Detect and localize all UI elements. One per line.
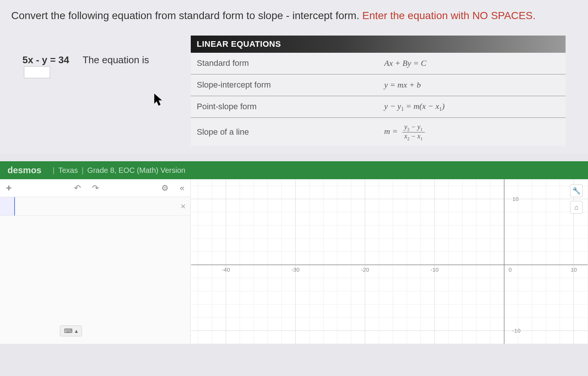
- question-area: Convert the following equation from stan…: [0, 0, 588, 154]
- desmos-header-bar: desmos | Texas | Grade 8, EOC (Math) Ver…: [0, 161, 588, 179]
- given-equation: 5x - y = 34: [22, 54, 69, 65]
- row-formula: Ax + By = C: [378, 53, 566, 73]
- equation-section: 5x - y = 34 The equation is: [11, 36, 191, 109]
- separator: |: [82, 166, 83, 175]
- table-row: Slope-intercept form y = mx + b: [191, 74, 566, 96]
- svg-text:10: 10: [512, 196, 519, 202]
- desmos-calculator: + ↶ ↷ ⚙ « ✕ ⌨ ▴ -40-30-20-10010-1010 🔧 ⌂: [0, 179, 588, 344]
- keyboard-icon: ⌨: [64, 327, 73, 334]
- collapse-panel-button[interactable]: «: [180, 183, 184, 193]
- desmos-version: Grade 8, EOC (Math) Version: [87, 166, 185, 175]
- desmos-logo: desmos: [7, 165, 42, 175]
- keyboard-arrow-icon: ▴: [75, 327, 78, 334]
- add-expression-button[interactable]: +: [6, 182, 12, 194]
- graph-area[interactable]: -40-30-20-10010-1010 🔧 ⌂: [191, 179, 588, 344]
- svg-text:-20: -20: [361, 266, 369, 273]
- wrench-button[interactable]: 🔧: [570, 184, 583, 197]
- coordinate-plane[interactable]: -40-30-20-10010-1010: [191, 179, 588, 344]
- svg-text:-30: -30: [291, 266, 300, 273]
- table-row: Point-slope form y − y1 = m(x − x1): [191, 96, 566, 118]
- row-formula: y − y1 = m(x − x1): [378, 96, 566, 117]
- expression-row[interactable]: ✕: [0, 197, 190, 216]
- row-formula: y = mx + b: [378, 75, 566, 95]
- keyboard-toggle-button[interactable]: ⌨ ▴: [60, 325, 82, 336]
- cursor-icon: [153, 93, 180, 109]
- expression-index: [0, 197, 15, 215]
- answer-input[interactable]: [24, 66, 50, 78]
- svg-text:-10: -10: [431, 266, 439, 273]
- separator: |: [53, 166, 55, 175]
- svg-text:-40: -40: [222, 266, 230, 273]
- svg-text:-10: -10: [512, 327, 521, 334]
- graph-controls: 🔧 ⌂: [570, 184, 583, 214]
- svg-text:10: 10: [570, 266, 577, 273]
- table-row: Standard form Ax + By = C: [191, 53, 566, 74]
- question-text: Convert the following equation from stan…: [11, 7, 577, 24]
- row-label: Standard form: [191, 53, 378, 73]
- row-label: Slope-intercept form: [191, 75, 378, 95]
- row-label: Point-slope form: [191, 97, 378, 117]
- svg-text:0: 0: [509, 266, 512, 273]
- home-button[interactable]: ⌂: [570, 201, 583, 214]
- undo-button[interactable]: ↶: [74, 183, 81, 193]
- expression-panel: + ↶ ↷ ⚙ « ✕ ⌨ ▴: [0, 179, 191, 344]
- question-part2: Enter the equation with NO SPACES.: [362, 10, 535, 21]
- row-label: Slope of a line: [191, 122, 378, 142]
- linear-equations-table: LINEAR EQUATIONS Standard form Ax + By =…: [191, 36, 566, 147]
- settings-button[interactable]: ⚙: [161, 183, 169, 193]
- prompt-text: The equation is: [83, 54, 149, 65]
- question-part1: Convert the following equation from stan…: [11, 10, 362, 21]
- expression-toolbar: + ↶ ↷ ⚙ «: [0, 179, 190, 197]
- table-header: LINEAR EQUATIONS: [191, 36, 566, 53]
- table-row: Slope of a line m = y2 − y1 x2 − x1: [191, 118, 566, 146]
- row-formula: m = y2 − y1 x2 − x1: [378, 118, 566, 146]
- delete-expression-button[interactable]: ✕: [176, 202, 190, 211]
- content-row: 5x - y = 34 The equation is LINEAR EQUAT…: [11, 36, 577, 147]
- redo-button[interactable]: ↷: [92, 183, 99, 193]
- desmos-region: Texas: [58, 166, 78, 175]
